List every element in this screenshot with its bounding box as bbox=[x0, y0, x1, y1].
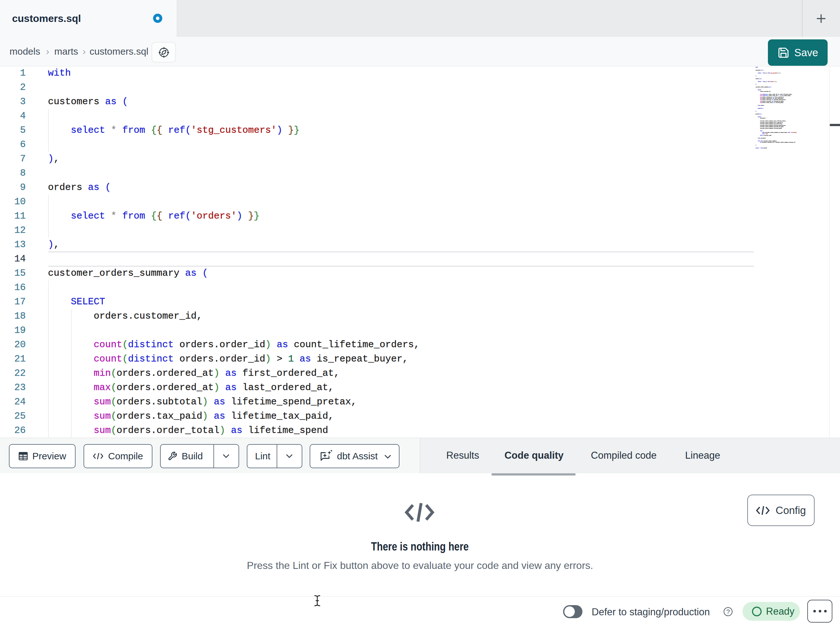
svg-text:?: ? bbox=[726, 608, 730, 615]
